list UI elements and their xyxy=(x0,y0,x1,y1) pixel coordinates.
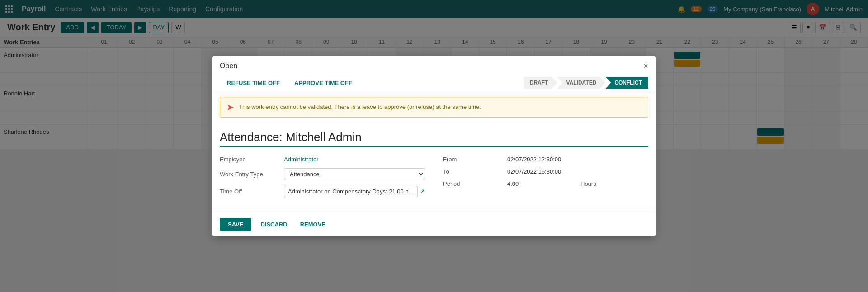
modal-body: Employee Administrator Work Entry Type A… xyxy=(212,123,656,150)
modal-dialog: Open × REFUSE TIME OFF APPROVE TIME OFF … xyxy=(212,56,656,150)
modal-tabs: REFUSE TIME OFF APPROVE TIME OFF DRAFT V… xyxy=(212,75,656,91)
warning-bar: ➤ This work entry cannot be validated. T… xyxy=(220,97,648,118)
modal-title-bar: Open × xyxy=(212,56,656,75)
record-title-input[interactable] xyxy=(220,130,648,147)
refuse-time-off-tab[interactable]: REFUSE TIME OFF xyxy=(220,75,287,91)
status-validated: VALIDATED xyxy=(557,77,605,89)
status-conflict: CONFLICT xyxy=(605,77,648,89)
modal-title: Open xyxy=(220,62,237,70)
modal-close-button[interactable]: × xyxy=(643,61,648,71)
approve-time-off-tab[interactable]: APPROVE TIME OFF xyxy=(287,75,359,91)
status-breadcrumb: DRAFT VALIDATED CONFLICT xyxy=(524,77,648,89)
warning-arrow-icon: ➤ xyxy=(226,102,234,113)
modal-overlay: Open × REFUSE TIME OFF APPROVE TIME OFF … xyxy=(0,0,868,150)
status-draft: DRAFT xyxy=(524,77,557,89)
warning-message: This work entry cannot be validated. The… xyxy=(239,104,481,110)
